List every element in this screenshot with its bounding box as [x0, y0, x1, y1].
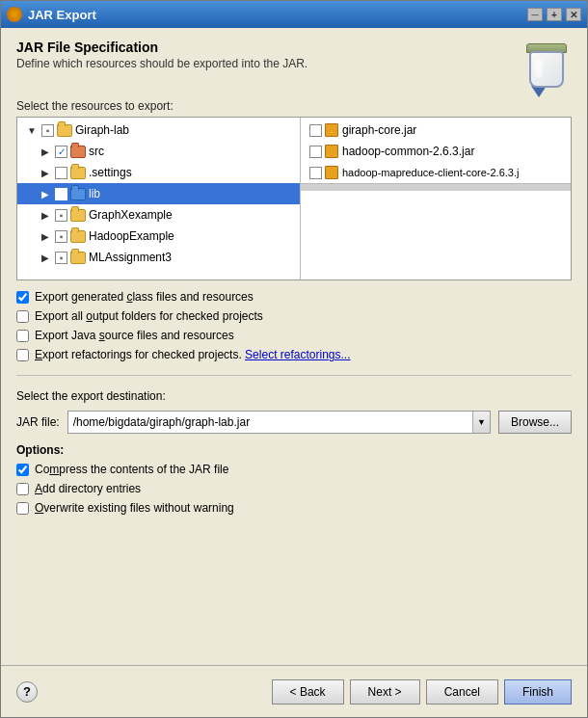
resources-section: Select the resources to export: ▼ ▪ Gira… — [16, 99, 572, 280]
folder-icon — [70, 167, 86, 179]
tree-item-src[interactable]: ▶ ✓ src — [17, 141, 300, 162]
browse-button[interactable]: Browse... — [498, 411, 572, 434]
jar-checkbox[interactable] — [309, 124, 322, 137]
source-files-checkbox[interactable] — [16, 330, 29, 342]
maximize-button[interactable]: + — [547, 8, 562, 21]
tree-item-hadoopexample[interactable]: ▶ ▪ HadoopExample — [17, 226, 300, 247]
compress-label: Compress the contents of the JAR file — [35, 463, 228, 476]
horizontal-scrollbar[interactable] — [301, 183, 571, 191]
options-label: Options: — [16, 443, 572, 457]
jar-path-input[interactable] — [68, 412, 472, 432]
expander-icon[interactable]: ▶ — [39, 229, 52, 243]
expander-icon[interactable]: ▶ — [39, 187, 52, 200]
finish-button[interactable]: Finish — [504, 679, 572, 705]
jar-checkbox[interactable] — [309, 146, 322, 158]
checkbox-giraph-lab[interactable]: ▪ — [41, 124, 54, 137]
jar-item-label: hadoop-common-2.6.3.jar — [342, 145, 474, 158]
jar-item-label: hadoop-mapreduce-client-core-2.6.3.j — [342, 167, 519, 178]
jar-path-input-wrap: ▼ — [67, 411, 491, 434]
checkbox-src[interactable]: ✓ — [55, 146, 67, 158]
help-button[interactable]: ? — [16, 681, 38, 703]
resources-panel: ▼ ▪ Giraph-lab ▶ ✓ src — [16, 117, 572, 280]
expander-icon[interactable]: ▼ — [25, 123, 39, 137]
refactorings-option: Export refactorings for checked projects… — [16, 348, 572, 361]
jar-item-giraph-core[interactable]: giraph-core.jar — [301, 120, 571, 141]
tree-pane[interactable]: ▼ ▪ Giraph-lab ▶ ✓ src — [17, 118, 301, 279]
output-folders-option: Export all output folders for checked pr… — [16, 309, 572, 323]
jar-file-icon — [325, 123, 338, 137]
tree-item-lib[interactable]: ▶ lib — [17, 183, 300, 204]
class-files-label: Export generated class files and resourc… — [35, 290, 254, 304]
resources-label: Select the resources to export: — [16, 99, 572, 113]
project-icon — [70, 252, 86, 264]
add-directory-checkbox[interactable] — [16, 483, 29, 495]
refactorings-label: Export refactorings for checked projects… — [35, 348, 351, 361]
destination-section: Select the export destination: JAR file:… — [16, 389, 572, 434]
back-button[interactable]: < Back — [272, 679, 344, 705]
expander-icon[interactable]: ▶ — [39, 166, 52, 179]
expander-icon[interactable]: ▶ — [39, 145, 52, 158]
jar-file-label: JAR file: — [16, 415, 60, 429]
lib-folder-icon — [70, 188, 86, 200]
tree-item-label: src — [89, 145, 104, 158]
jar-illustration — [521, 40, 572, 90]
output-folders-label: Export all output folders for checked pr… — [35, 309, 263, 323]
export-options-section: Export generated class files and resourc… — [16, 290, 572, 361]
compress-checkbox[interactable] — [16, 464, 29, 476]
main-content: JAR File Specification Define which reso… — [1, 28, 587, 665]
bottom-bar: ? < Back Next > Cancel Finish — [1, 665, 587, 717]
folder-icon — [57, 124, 72, 137]
class-files-checkbox[interactable] — [16, 291, 29, 304]
overwrite-label: Overwrite existing files without warning — [35, 501, 234, 515]
overwrite-option: Overwrite existing files without warning — [16, 501, 572, 515]
checkbox-graphx[interactable]: ▪ — [55, 209, 67, 222]
src-folder-icon — [70, 146, 86, 158]
tree-item-label: HadoopExample — [89, 229, 174, 243]
select-refactorings-link[interactable]: Select refactorings... — [245, 348, 350, 361]
tree-item-label: GraphXexample — [89, 208, 173, 222]
tree-item-graphxexample[interactable]: ▶ ▪ GraphXexample — [17, 204, 300, 226]
title-controls: ─ + ✕ — [527, 8, 581, 21]
source-files-option: Export Java source files and resources — [16, 329, 572, 342]
dest-row: JAR file: ▼ Browse... — [16, 411, 572, 434]
title-bar: JAR Export ─ + ✕ — [1, 1, 587, 28]
class-files-option: Export generated class files and resourc… — [16, 290, 572, 304]
overwrite-checkbox[interactable] — [16, 502, 29, 515]
tree-item-giraph-lab[interactable]: ▼ ▪ Giraph-lab — [17, 120, 300, 141]
title-bar-left: JAR Export — [7, 7, 96, 22]
close-button[interactable]: ✕ — [566, 8, 581, 21]
header-section: JAR File Specification Define which reso… — [16, 40, 572, 90]
project-icon — [70, 209, 86, 222]
jar-item-hadoop-common[interactable]: hadoop-common-2.6.3.jar — [301, 141, 571, 162]
page-subtitle: Define which resources should be exporte… — [16, 57, 307, 70]
window-title: JAR Export — [28, 8, 96, 22]
add-directory-option: Add directory entries — [16, 482, 572, 495]
tree-item-settings[interactable]: ▶ .settings — [17, 162, 300, 183]
checkbox-hadoop[interactable]: ▪ — [55, 230, 67, 243]
jar-options-section: Options: Compress the contents of the JA… — [16, 443, 572, 515]
app-icon — [7, 7, 22, 22]
cancel-button[interactable]: Cancel — [426, 679, 498, 705]
checkbox-lib[interactable] — [55, 188, 67, 200]
checkbox-ml[interactable]: ▪ — [55, 252, 67, 264]
expander-icon[interactable]: ▶ — [39, 208, 52, 222]
tree-item-label: .settings — [89, 166, 132, 179]
dest-section-label: Select the export destination: — [16, 389, 572, 403]
source-files-label: Export Java source files and resources — [35, 329, 234, 342]
tree-item-label: lib — [89, 187, 100, 200]
jar-checkbox[interactable] — [309, 167, 322, 179]
minimize-button[interactable]: ─ — [527, 8, 543, 21]
refactorings-checkbox[interactable] — [16, 349, 29, 361]
expander-icon[interactable]: ▶ — [39, 251, 52, 264]
jar-pane: giraph-core.jar hadoop-common-2.6.3.jar … — [301, 118, 571, 279]
jar-path-dropdown-button[interactable]: ▼ — [472, 412, 490, 433]
jar-body — [529, 51, 564, 88]
nav-buttons: < Back Next > Cancel Finish — [272, 679, 572, 705]
project-icon — [70, 230, 86, 243]
compress-option: Compress the contents of the JAR file — [16, 463, 572, 476]
next-button[interactable]: Next > — [350, 679, 420, 705]
jar-item-hadoop-mapreduce[interactable]: hadoop-mapreduce-client-core-2.6.3.j — [301, 162, 571, 183]
checkbox-settings[interactable] — [55, 167, 67, 179]
tree-item-mlassignment[interactable]: ▶ ▪ MLAssignment3 — [17, 247, 300, 268]
output-folders-checkbox[interactable] — [16, 310, 29, 323]
